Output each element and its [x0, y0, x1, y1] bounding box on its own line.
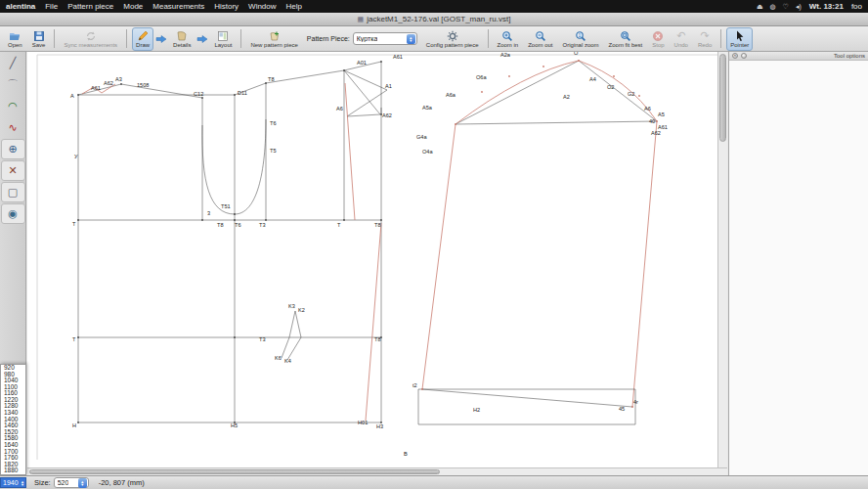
zoom-fit-label: Zoom fit best [609, 42, 643, 48]
redo-button[interactable]: ↷ Redo [694, 27, 716, 51]
point-label: T [72, 336, 76, 342]
pattern-line [422, 124, 456, 389]
point-label: K4 [284, 358, 291, 364]
vertical-scrollbar-thumb[interactable] [719, 54, 726, 142]
point-label: O2 [607, 84, 614, 90]
pattern-point[interactable] [380, 61, 382, 63]
pointer-button[interactable]: Pointer [726, 27, 753, 51]
pattern-point[interactable] [265, 219, 267, 221]
zoom-out-button[interactable]: Zoom out [524, 27, 556, 51]
pattern-point[interactable] [265, 82, 267, 84]
toolbar-separator [126, 29, 127, 48]
horizontal-scrollbar[interactable] [27, 467, 727, 475]
heart-icon[interactable]: ♡ [783, 3, 789, 11]
pattern-point[interactable] [542, 66, 544, 67]
pattern-point[interactable] [343, 69, 345, 71]
point-label: T [337, 222, 341, 228]
pattern-point[interactable] [656, 120, 658, 122]
menu-clock[interactable]: Wt. 13:21 [809, 2, 844, 11]
display-icon[interactable]: ◍ [770, 3, 776, 11]
config-pattern-piece-button[interactable]: Config pattern piece [422, 27, 483, 51]
point-label: T5 [270, 148, 277, 154]
save-button[interactable]: Save [28, 27, 50, 51]
pattern-point[interactable] [77, 219, 79, 221]
point-label: A61 [393, 54, 403, 60]
pattern-point[interactable] [77, 336, 79, 338]
new-pattern-piece-button[interactable]: New pattern piece [246, 27, 301, 51]
app-menu[interactable]: alentina [6, 2, 35, 11]
original-zoom-button[interactable]: 1 Original zoom [559, 27, 603, 51]
pattern-point[interactable] [234, 336, 236, 338]
point-label: B [404, 451, 408, 457]
eject-icon[interactable]: ⏏ [757, 3, 763, 11]
volume-icon[interactable]: ◂) [796, 3, 802, 11]
details-mode-button[interactable]: Details [169, 27, 195, 51]
point-tool[interactable]: ⊕ [1, 139, 25, 159]
pattern-point[interactable] [234, 213, 236, 215]
pattern-point[interactable] [201, 97, 203, 99]
workpiece-tool[interactable]: ▢ [1, 182, 25, 202]
spline-tool[interactable]: ∿ [1, 117, 25, 138]
menu-item[interactable]: Help [286, 2, 302, 11]
pattern-point[interactable] [508, 75, 510, 77]
toolbar-separator [488, 29, 489, 48]
open-button[interactable]: Open [4, 27, 26, 51]
point-label: A5 [658, 111, 665, 117]
union-tool[interactable]: ◉ [1, 203, 25, 224]
pattern-piece-combo[interactable]: Куртка ▲▼ [353, 32, 417, 45]
size-label: Size: [34, 478, 51, 487]
pattern-point[interactable] [120, 83, 122, 85]
height-option[interactable]: 1880 [1, 467, 25, 474]
stop-button[interactable]: Stop [648, 27, 668, 51]
line-tool[interactable]: ╱ [1, 53, 25, 73]
sync-icon [85, 29, 97, 42]
pattern-point[interactable] [455, 123, 456, 125]
pattern-point[interactable] [201, 219, 203, 221]
open-label: Open [8, 42, 22, 48]
height-combo[interactable]: 1940 ▲▼ [0, 477, 26, 488]
tool-options-dock: ✕ Tool options [728, 52, 868, 475]
horizontal-scrollbar-thumb[interactable] [29, 469, 440, 474]
zoom-fit-best-button[interactable]: Zoom fit best [605, 27, 647, 51]
pattern-point[interactable] [77, 94, 79, 96]
zoom-in-label: Zoom in [498, 42, 519, 48]
menu-item[interactable]: Mode [123, 2, 143, 11]
pattern-point[interactable] [638, 95, 640, 97]
undo-icon: ↶ [676, 29, 685, 42]
dock-header: ✕ Tool options [729, 52, 868, 61]
vertical-scrollbar[interactable] [717, 52, 727, 467]
menu-item[interactable]: History [214, 2, 239, 11]
undo-button[interactable]: ↶ Undo [671, 27, 692, 51]
pattern-point[interactable] [631, 406, 633, 408]
menu-item[interactable]: Pattern piece [67, 2, 113, 11]
pattern-point[interactable] [234, 219, 236, 221]
sync-measurements-button[interactable]: Sync measurements [60, 27, 121, 51]
pattern-line [282, 337, 289, 358]
arc-tool[interactable]: ◠ [1, 96, 25, 116]
menu-item[interactable]: Window [248, 2, 276, 11]
pattern-canvas[interactable]: AA61A62A31508C12D11T8T6T5УT513TT8T6T3TT8… [27, 52, 717, 467]
zoom-in-button[interactable]: Zoom in [494, 27, 523, 51]
size-combo[interactable]: 520 ▲▼ [54, 477, 89, 488]
menu-item[interactable]: File [45, 2, 58, 11]
menu-item[interactable]: Measurements [152, 2, 204, 11]
menu-user[interactable]: foo [851, 2, 862, 11]
pattern-point[interactable] [380, 219, 382, 221]
pattern-point[interactable] [578, 60, 580, 62]
curve-tool[interactable]: ⌒ [1, 74, 25, 95]
intersection-tool[interactable]: ✕ [1, 160, 25, 181]
dock-close-icon[interactable]: ✕ [732, 53, 738, 59]
pattern-point[interactable] [613, 75, 615, 77]
point-label: O4a [422, 149, 433, 155]
pattern-canvas-svg[interactable]: AA61A62A31508C12D11T8T6T5УT513TT8T6T3TT8… [27, 52, 717, 467]
pattern-point[interactable] [234, 94, 236, 96]
pattern-point[interactable] [77, 422, 79, 423]
pattern-point[interactable] [481, 91, 483, 93]
dock-float-icon[interactable] [741, 53, 747, 59]
layout-mode-button[interactable]: Layout [210, 27, 236, 51]
pattern-point[interactable] [421, 388, 423, 390]
original-zoom-icon: 1 [575, 29, 586, 42]
combo-arrows-icon: ▲▼ [21, 480, 24, 486]
pattern-point[interactable] [343, 219, 345, 221]
draw-mode-button[interactable]: Draw [132, 27, 153, 51]
